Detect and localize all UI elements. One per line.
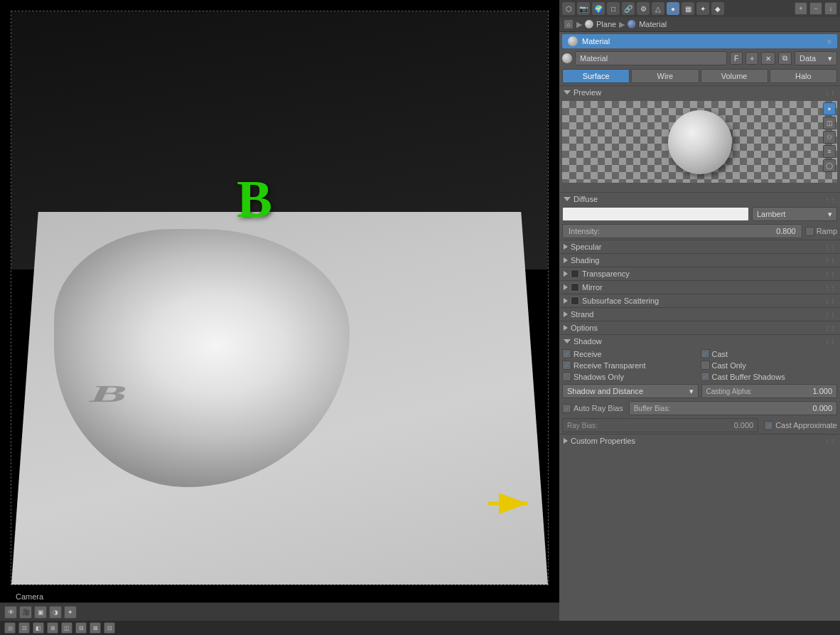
mirror-color-block xyxy=(571,283,579,292)
camera-label: Camera xyxy=(16,592,43,601)
receive-transparent-checkbox[interactable] xyxy=(562,361,571,370)
panel-arrow-icon[interactable]: ↓ xyxy=(824,2,837,15)
buffer-bias-field[interactable]: Buffer Bias: 0.000 xyxy=(629,401,837,415)
breadcrumb-material[interactable]: Material xyxy=(639,20,667,28)
preview-floor-mode[interactable]: ◫ xyxy=(823,117,836,129)
options-triangle xyxy=(564,325,568,331)
diffuse-collapse-arrow xyxy=(564,197,571,201)
status-icon-8[interactable]: ⊡ xyxy=(104,622,115,634)
material-name-input[interactable]: Material xyxy=(575,51,727,65)
ray-bias-field[interactable]: Ray Bias: 0.000 xyxy=(562,418,758,432)
physics-icon[interactable]: ◆ xyxy=(711,2,724,15)
tab-halo[interactable]: Halo xyxy=(770,69,837,83)
shadow-checkboxes: Receive Receive Transparent Shadows Only xyxy=(559,348,840,383)
section-header-transparency[interactable]: Transparency ⋮⋮ xyxy=(559,267,840,280)
status-icon-5[interactable]: ◫ xyxy=(61,622,72,634)
custom-label: Custom Properties xyxy=(571,437,635,445)
cast-only-row: Cast Only xyxy=(701,361,838,370)
cast-approximate-checkbox[interactable] xyxy=(764,421,773,430)
shadows-only-checkbox[interactable] xyxy=(562,372,571,381)
mat-sphere-preview xyxy=(562,53,572,63)
section-header-mirror[interactable]: Mirror ⋮⋮ xyxy=(559,280,840,294)
preview-sky-mode[interactable]: ◯ xyxy=(823,159,836,172)
mirror-label: Mirror xyxy=(582,283,603,292)
render-icon[interactable]: ✦ xyxy=(64,606,77,619)
auto-ray-bias-label: Auto Ray Bias xyxy=(574,404,623,412)
diffuse-color-swatch[interactable] xyxy=(562,207,749,221)
panel-add-icon[interactable]: + xyxy=(795,2,807,15)
specular-label: Specular xyxy=(571,242,601,251)
status-icon-2[interactable]: ⊡ xyxy=(18,622,30,634)
constraint-icon[interactable]: 🔗 xyxy=(622,2,635,15)
shading-dots: ⋮⋮ xyxy=(824,257,836,264)
section-header-shadow[interactable]: Shadow ⋮⋮ xyxy=(559,334,840,348)
section-header-options[interactable]: Options ⋮⋮ xyxy=(559,321,840,334)
preview-hair-mode[interactable]: ≡ xyxy=(823,145,836,158)
mesh-data-icon[interactable]: △ xyxy=(652,2,664,15)
cast-buffer-shadows-checkbox[interactable] xyxy=(701,372,710,381)
preview-monkey-mode[interactable]: ⚇ xyxy=(823,131,836,144)
status-icon-6[interactable]: ⊟ xyxy=(75,622,87,634)
f-button[interactable]: F xyxy=(730,52,743,65)
status-icon-3[interactable]: ◧ xyxy=(33,622,44,634)
texture-icon[interactable]: ▦ xyxy=(682,2,694,15)
material-name-label: Material xyxy=(582,37,610,46)
diffuse-intensity-row: Intensity: 0.800 Ramp xyxy=(559,223,840,240)
status-icon-1[interactable]: ◎ xyxy=(4,622,16,634)
subsurface-color-block xyxy=(571,297,579,305)
section-header-shading[interactable]: Shading ⋮⋮ xyxy=(559,253,840,267)
breadcrumb-mat-icon xyxy=(628,20,636,28)
section-header-diffuse[interactable]: Diffuse ⋮⋮ xyxy=(559,192,840,206)
casting-alpha-field[interactable]: Casting Alpha: 1.000 xyxy=(701,384,838,398)
preview-scrollbar[interactable] xyxy=(562,184,837,190)
tab-surface[interactable]: Surface xyxy=(562,69,630,83)
section-header-custom[interactable]: Custom Properties ⋮⋮ xyxy=(559,434,840,447)
options-label: Options xyxy=(571,324,598,332)
remove-material-button[interactable]: ✕ xyxy=(761,52,775,65)
section-header-strand[interactable]: Strand ⋮⋮ xyxy=(559,307,840,321)
modifier-icon[interactable]: ⚙ xyxy=(637,2,650,15)
preview-sphere-mode[interactable]: ● xyxy=(823,102,836,115)
diffuse-intensity-field[interactable]: Intensity: 0.800 xyxy=(562,224,802,238)
strand-dots: ⋮⋮ xyxy=(824,311,836,318)
breadcrumb-home-icon[interactable]: ⌂ xyxy=(564,19,574,29)
preview-content: ● ◫ ⚇ ≡ ◯ xyxy=(562,101,837,190)
shadow-distance-dropdown[interactable]: Shadow and Distance ▾ xyxy=(562,384,699,398)
properties-panel: ⬡ 📷 🌍 □ 🔗 ⚙ △ ● ▦ ✦ ◆ + − ↓ ⌂ ▶ xyxy=(559,0,840,621)
section-header-specular[interactable]: Specular ⋮⋮ xyxy=(559,240,840,253)
mesh-icon[interactable]: ▣ xyxy=(34,606,47,619)
custom-triangle xyxy=(564,438,568,444)
section-header-subsurface[interactable]: Subsurface Scattering ⋮⋮ xyxy=(559,294,840,307)
cast-only-checkbox[interactable] xyxy=(701,361,710,370)
copy-material-button[interactable]: ⧉ xyxy=(778,52,792,65)
breadcrumb-plane[interactable]: Plane xyxy=(596,20,616,28)
render-icon[interactable]: 📷 xyxy=(577,2,590,15)
add-material-button[interactable]: + xyxy=(745,52,758,65)
panel-minus-icon[interactable]: − xyxy=(809,2,822,15)
shadows-only-label: Shadows Only xyxy=(574,373,624,381)
receive-row: Receive xyxy=(562,349,699,358)
viewport[interactable]: B B Camera 👁 🎥 ▣ ◑ ✦ xyxy=(0,0,559,621)
receive-transparent-label: Receive Transparent xyxy=(574,361,646,370)
diffuse-shader-dropdown[interactable]: Lambert ▾ xyxy=(752,207,837,221)
material-icon[interactable]: ● xyxy=(667,2,679,15)
ramp-checkbox[interactable] xyxy=(805,227,814,236)
world-icon[interactable]: 🌍 xyxy=(592,2,605,15)
transparency-label: Transparency xyxy=(582,270,630,278)
tab-volume[interactable]: Volume xyxy=(701,69,768,83)
cast-checkbox[interactable] xyxy=(701,349,710,358)
view-icon[interactable]: 👁 xyxy=(4,606,17,619)
status-icon-7[interactable]: ⊠ xyxy=(90,622,101,634)
shading-icon[interactable]: ◑ xyxy=(49,606,62,619)
status-icon-4[interactable]: ⊞ xyxy=(47,622,58,634)
object-icon[interactable]: □ xyxy=(607,2,620,15)
data-dropdown[interactable]: Data ▾ xyxy=(795,51,837,65)
subsurface-label: Subsurface Scattering xyxy=(582,297,659,305)
scene-icon[interactable]: ⬡ xyxy=(562,2,575,15)
particles-icon[interactable]: ✦ xyxy=(696,2,709,15)
tab-wire[interactable]: Wire xyxy=(631,69,699,83)
auto-ray-bias-checkbox[interactable] xyxy=(562,404,571,413)
camera-icon[interactable]: 🎥 xyxy=(19,606,32,619)
receive-checkbox[interactable] xyxy=(562,349,571,358)
section-header-preview[interactable]: Preview ⋮⋮ xyxy=(559,85,840,99)
